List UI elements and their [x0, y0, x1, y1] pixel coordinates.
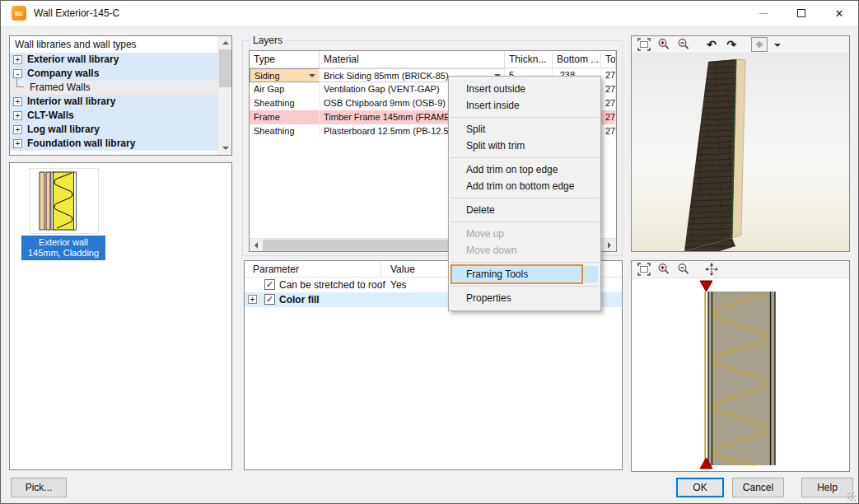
close-icon: ✕ — [835, 7, 844, 20]
scroll-up-icon[interactable] — [218, 36, 232, 49]
title-bar: BD Wall Exterior-145-C ✕ — [1, 1, 858, 26]
menu-item-framing-tools[interactable]: Framing Tools — [451, 266, 598, 282]
expander-icon[interactable]: + — [13, 97, 22, 106]
tree-item-foundation-wall-library[interactable]: + Foundation wall library — [10, 137, 217, 151]
wall-type-list: Exterior wall 145mm, Cladding — [9, 162, 232, 470]
tree-item-company-walls[interactable]: - Company walls — [10, 67, 217, 81]
menu-item-move-down: Move down — [451, 242, 598, 259]
viewer-3d-canvas[interactable] — [632, 54, 849, 251]
tree-item-log-wall-library[interactable]: + Log wall library — [10, 123, 217, 137]
resize-grip[interactable] — [847, 492, 856, 501]
scroll-right-icon[interactable] — [603, 239, 616, 252]
wall-section-thumbnail-drawing — [30, 169, 98, 233]
minimize-button[interactable] — [745, 1, 782, 26]
tree-item-exterior-wall-library[interactable]: + Exterior wall library — [10, 53, 217, 67]
fit-view-icon[interactable] — [636, 37, 652, 52]
menu-separator — [451, 262, 599, 263]
wall-plan-section — [632, 278, 849, 471]
wall-3d-render — [632, 54, 849, 251]
layers-table-header: Type Material Thickn... Bottom ... Top — [250, 51, 616, 68]
move-icon[interactable] — [703, 262, 720, 277]
menu-item-properties[interactable]: Properties — [451, 290, 598, 306]
app-logo-icon: BD — [12, 6, 26, 21]
scroll-left-icon[interactable] — [250, 239, 263, 252]
zoom-in-icon[interactable] — [656, 262, 672, 277]
layer-top-cell[interactable]: 276 — [601, 68, 616, 82]
wall-library-tree: Wall libraries and wall types + Exterior… — [9, 35, 232, 156]
expander-icon[interactable]: + — [13, 139, 22, 148]
chevron-down-icon — [309, 74, 315, 81]
menu-item-delete[interactable]: Delete — [451, 202, 598, 218]
zoom-out-icon[interactable] — [675, 37, 692, 52]
menu-item-add-trim-bottom[interactable]: Add trim on bottom edge — [451, 178, 598, 194]
selected-wall-type-label[interactable]: Exterior wall 145mm, Cladding — [21, 236, 105, 260]
expander-icon[interactable]: + — [13, 55, 22, 64]
zoom-in-icon[interactable] — [656, 37, 672, 52]
layer-type-dropdown[interactable]: Siding — [250, 68, 320, 82]
fit-view-icon[interactable] — [636, 262, 652, 277]
tree-connector — [16, 78, 24, 87]
rotate-left-icon[interactable]: ↶ — [703, 37, 720, 52]
scroll-thumb[interactable] — [219, 49, 231, 87]
menu-item-add-trim-top[interactable]: Add trim on top edge — [451, 161, 598, 178]
scroll-thumb[interactable] — [263, 240, 470, 251]
ok-button[interactable]: OK — [676, 478, 724, 497]
layers-group-label: Layers — [250, 35, 286, 46]
layer-context-menu: Insert outside Insert inside Split Split… — [448, 76, 601, 311]
pan-mode-button[interactable] — [751, 37, 768, 52]
viewer-3d-panel: ↶ ↷ — [631, 35, 850, 252]
collapse-icon[interactable]: - — [13, 69, 22, 78]
close-button[interactable]: ✕ — [820, 1, 858, 26]
tree-item-clt-walls[interactable]: + CLT-Walls — [10, 109, 217, 123]
menu-item-insert-inside[interactable]: Insert inside — [451, 97, 598, 114]
menu-separator — [451, 198, 599, 198]
maximize-icon — [797, 9, 805, 17]
tree-scrollbar[interactable] — [217, 36, 231, 155]
menu-separator — [451, 157, 599, 158]
tree-item-interior-wall-library[interactable]: + Interior wall library — [10, 95, 217, 109]
wall-type-thumbnail[interactable] — [29, 168, 99, 234]
help-button[interactable]: Help — [801, 478, 853, 497]
viewer-3d-toolbar: ↶ ↷ — [632, 36, 849, 54]
menu-item-move-up: Move up — [451, 226, 598, 242]
menu-item-split[interactable]: Split — [451, 121, 598, 138]
expander-icon[interactable]: + — [13, 125, 22, 134]
scroll-down-icon[interactable] — [218, 142, 232, 155]
tree-header: Wall libraries and wall types — [10, 36, 217, 53]
minimize-icon — [759, 13, 768, 14]
menu-separator — [451, 286, 599, 287]
color-fill-checkbox[interactable]: ✓ — [264, 294, 275, 305]
viewer-2d-panel — [631, 260, 850, 472]
rotate-right-icon[interactable]: ↷ — [723, 37, 740, 52]
menu-separator — [451, 222, 599, 222]
expander-icon[interactable]: + — [248, 295, 257, 304]
expander-icon[interactable]: + — [13, 111, 22, 120]
pan-icon — [754, 39, 765, 50]
viewer-2d-canvas[interactable] — [632, 278, 849, 471]
pick-button[interactable]: Pick... — [11, 478, 67, 497]
cancel-button[interactable]: Cancel — [732, 478, 784, 497]
menu-item-split-with-trim[interactable]: Split with trim — [451, 138, 598, 154]
tree-item-framed-walls[interactable]: Framed Walls — [10, 81, 217, 95]
maximize-button[interactable] — [782, 1, 820, 26]
window-title: Wall Exterior-145-C — [34, 7, 119, 19]
viewer-2d-toolbar — [632, 261, 849, 278]
chevron-down-icon[interactable] — [774, 44, 781, 50]
menu-separator — [451, 117, 599, 118]
wall-type-dialog: BD Wall Exterior-145-C ✕ Wall libraries … — [0, 0, 859, 504]
menu-item-insert-outside[interactable]: Insert outside — [451, 81, 598, 97]
zoom-out-icon[interactable] — [675, 262, 692, 277]
stretch-to-roof-checkbox[interactable]: ✓ — [264, 279, 275, 290]
